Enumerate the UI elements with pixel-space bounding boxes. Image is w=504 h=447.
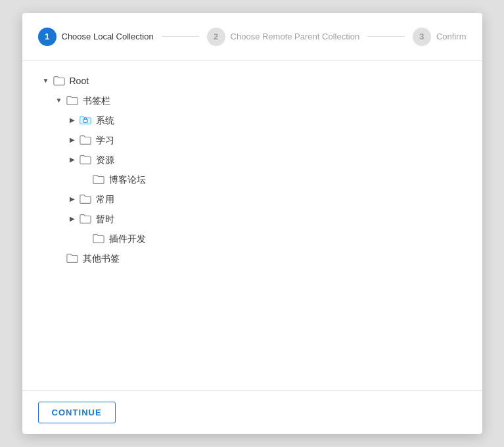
- tree-item-root[interactable]: ▼ Root: [38, 71, 467, 91]
- tree-item-blog[interactable]: 博客论坛: [38, 170, 467, 189]
- tree-item-bookmarks-label: 书签栏: [83, 96, 110, 105]
- folder-icon: [53, 74, 66, 87]
- step-3-label: Confirm: [436, 32, 467, 41]
- svg-rect-0: [83, 119, 87, 122]
- step-3: 3 Confirm: [413, 28, 467, 46]
- tree-item-other[interactable]: 其他书签: [38, 248, 467, 268]
- tree-item-common-label: 常用: [96, 195, 114, 204]
- tree-item-plugin-label: 插件开发: [109, 234, 146, 243]
- special-folder-icon: [79, 114, 92, 127]
- tree-item-blog-label: 博客论坛: [109, 175, 146, 184]
- footer: CONTINUE: [22, 390, 482, 434]
- chevron-right-icon: ▶: [67, 214, 78, 224]
- folder-icon: [92, 232, 105, 245]
- tree-item-study-label: 学习: [96, 135, 114, 145]
- content-area: ▼ Root ▼ 书签栏 ▶: [22, 60, 482, 390]
- tree-item-resources[interactable]: ▶ 资源: [38, 150, 467, 170]
- folder-icon: [92, 173, 105, 186]
- tree-item-common[interactable]: ▶ 常用: [38, 189, 467, 209]
- step-1-circle: 1: [38, 28, 57, 46]
- tree-item-study[interactable]: ▶ 学习: [38, 130, 467, 150]
- tree-item-other-label: 其他书签: [83, 254, 120, 263]
- step-2-circle: 2: [207, 28, 225, 46]
- chevron-right-icon: ▶: [67, 154, 78, 165]
- tree-item-system[interactable]: ▶ 系统: [38, 110, 467, 130]
- stepper: 1 Choose Local Collection 2 Choose Remot…: [22, 13, 482, 60]
- chevron-right-icon: ▶: [67, 194, 78, 204]
- step-3-circle: 3: [413, 28, 431, 46]
- tree-item-resources-label: 资源: [96, 155, 114, 164]
- step-connector-1: [162, 36, 199, 37]
- step-2: 2 Choose Remote Parent Collection: [207, 28, 360, 46]
- tree-item-system-label: 系统: [96, 116, 114, 125]
- step-1: 1 Choose Local Collection: [38, 28, 154, 46]
- folder-icon: [66, 94, 79, 107]
- tree-item-plugin[interactable]: 插件开发: [38, 229, 467, 248]
- step-connector-2: [367, 36, 405, 37]
- tree: ▼ Root ▼ 书签栏 ▶: [38, 71, 467, 268]
- chevron-down-icon: ▼: [54, 95, 64, 106]
- step-1-label: Choose Local Collection: [62, 32, 154, 41]
- folder-icon: [79, 212, 92, 225]
- step-2-label: Choose Remote Parent Collection: [231, 32, 360, 41]
- tree-item-temp-label: 暂时: [96, 214, 114, 224]
- tree-item-bookmarks[interactable]: ▼ 书签栏: [38, 91, 467, 110]
- continue-button[interactable]: CONTINUE: [38, 402, 116, 423]
- tree-item-root-label: Root: [70, 76, 89, 85]
- dialog: 1 Choose Local Collection 2 Choose Remot…: [22, 13, 482, 434]
- folder-icon: [79, 193, 92, 206]
- folder-icon: [79, 153, 92, 166]
- chevron-right-icon: ▶: [67, 115, 78, 126]
- folder-icon: [79, 133, 92, 147]
- chevron-down-icon: ▼: [41, 76, 51, 86]
- tree-item-temp[interactable]: ▶ 暂时: [38, 209, 467, 229]
- folder-icon: [66, 252, 79, 265]
- chevron-right-icon: ▶: [67, 135, 78, 145]
